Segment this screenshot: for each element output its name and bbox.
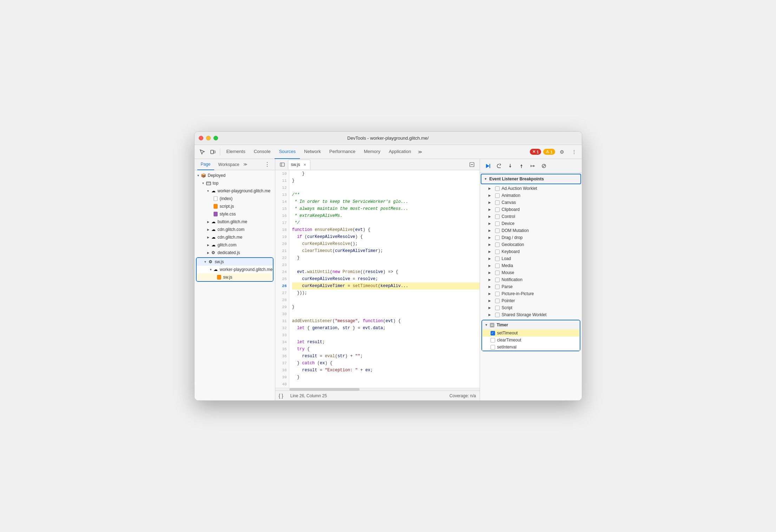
tree-item-style-css[interactable]: style.css <box>195 210 275 218</box>
tree-item-cdn-glitch-me[interactable]: ▶ ☁ cdn.glitch.me <box>195 233 275 241</box>
tab-console[interactable]: Console <box>250 145 275 159</box>
bp-item-picture-in-picture[interactable]: ▶ Picture-in-Picture <box>480 290 582 297</box>
settings-icon[interactable]: ⚙ <box>557 147 567 157</box>
tree-item-script-js[interactable]: script.js <box>195 202 275 210</box>
tree-item-index[interactable]: (index) <box>195 195 275 202</box>
code-tab-close-icon[interactable]: ✕ <box>302 162 307 167</box>
bp-checkbox-dom-mutation[interactable] <box>495 228 500 233</box>
bp-checkbox-parse[interactable] <box>495 285 500 289</box>
tree-item-deployed[interactable]: ▼ 📦 Deployed <box>195 172 275 179</box>
line-num-15: 15 <box>277 205 287 212</box>
bp-item-canvas[interactable]: ▶ Canvas <box>480 199 582 206</box>
bp-checkbox-drag-drop[interactable] <box>495 235 500 240</box>
close-button[interactable] <box>199 136 203 140</box>
bp-item-media[interactable]: ▶ Media <box>480 262 582 269</box>
step-over-icon[interactable] <box>494 161 504 171</box>
bp-item-device[interactable]: ▶ Device <box>480 220 582 227</box>
tree-item-glitch-com[interactable]: ▶ ☁ glitch.com <box>195 241 275 249</box>
bp-item-script[interactable]: ▶ Script <box>480 304 582 311</box>
panel-menu-icon[interactable]: ⋮ <box>262 160 272 169</box>
bp-item-clipboard[interactable]: ▶ Clipboard <box>480 206 582 213</box>
bp-item-parse[interactable]: ▶ Parse <box>480 283 582 290</box>
bp-checkbox-mouse[interactable] <box>495 271 500 275</box>
bp-checkbox-script[interactable] <box>495 306 500 310</box>
warning-badge[interactable]: ⚠ 1 <box>543 149 555 155</box>
bp-checkbox-timer-parent[interactable] <box>490 323 494 327</box>
tree-item-worker-playground[interactable]: ▼ ☁ worker-playground.glitch.me <box>195 187 275 195</box>
bp-checkbox-picture-in-picture[interactable] <box>495 292 500 296</box>
bp-item-mouse[interactable]: ▶ Mouse <box>480 269 582 276</box>
code-area[interactable]: 10 11 12 13 14 15 16 17 18 19 20 21 <box>275 170 480 388</box>
toggle-sidebar-icon[interactable] <box>278 160 287 169</box>
bp-item-pointer[interactable]: ▶ Pointer <box>480 297 582 304</box>
file-icon-swjs <box>216 274 222 280</box>
tree-item-swjs-root[interactable]: ▼ ⚙ sw.js <box>197 258 273 266</box>
timer-item-setinterval[interactable]: setInterval <box>482 344 580 351</box>
bp-checkbox-media[interactable] <box>495 264 500 268</box>
bp-checkbox-cleartimeout[interactable] <box>491 338 495 343</box>
bp-item-shared-storage[interactable]: ▶ Shared Storage Worklet <box>480 311 582 318</box>
bp-checkbox-setinterval[interactable] <box>491 345 495 350</box>
step-icon[interactable] <box>528 161 538 171</box>
bp-checkbox-animation[interactable] <box>495 193 500 198</box>
code-tab-swjs[interactable]: sw.js ✕ <box>288 160 310 169</box>
bp-checkbox-canvas[interactable] <box>495 200 500 205</box>
more-tabs-icon[interactable]: ≫ <box>415 147 425 157</box>
tree-item-button-glitch[interactable]: ▶ ☁ button.glitch.me <box>195 218 275 226</box>
tab-elements[interactable]: Elements <box>222 145 250 159</box>
bp-item-keyboard[interactable]: ▶ Keyboard <box>480 248 582 255</box>
bp-checkbox-device[interactable] <box>495 221 500 226</box>
bp-item-ad-auction[interactable]: ▶ Ad Auction Worklet <box>480 185 582 192</box>
more-options-icon[interactable]: ⋮ <box>569 147 579 157</box>
collapse-code-icon[interactable] <box>467 160 477 169</box>
deactivate-icon[interactable] <box>539 161 549 171</box>
bp-item-drag-drop[interactable]: ▶ Drag / drop <box>480 234 582 241</box>
horizontal-scrollbar[interactable] <box>275 388 480 391</box>
tab-memory[interactable]: Memory <box>360 145 384 159</box>
timer-item-cleartimeout[interactable]: clearTimeout <box>482 337 580 344</box>
bp-item-notification[interactable]: ▶ Notification <box>480 276 582 283</box>
bp-checkbox-shared-storage[interactable] <box>495 313 500 317</box>
bp-checkbox-keyboard[interactable] <box>495 250 500 254</box>
tree-item-swjs-cloud[interactable]: ▼ ☁ worker-playground.glitch.me <box>197 266 273 273</box>
tree-item-swjs-file[interactable]: sw.js <box>197 273 273 281</box>
arrow-cdn-glitch-me: ▶ <box>206 235 211 240</box>
bp-checkbox-notification[interactable] <box>495 278 500 282</box>
tree-item-top[interactable]: ▼ top <box>195 179 275 187</box>
minimize-button[interactable] <box>206 136 211 140</box>
error-badge[interactable]: ✕ 1 <box>530 149 541 155</box>
tab-network[interactable]: Network <box>300 145 325 159</box>
bp-item-control[interactable]: ▶ Control <box>480 213 582 220</box>
bp-item-dom-mutation[interactable]: ▶ DOM Mutation <box>480 227 582 234</box>
bp-checkbox-pointer[interactable] <box>495 299 500 303</box>
device-icon[interactable] <box>208 147 218 157</box>
tab-performance[interactable]: Performance <box>325 145 360 159</box>
event-listener-breakpoints-header[interactable]: ▼ Event Listener Breakpoints <box>481 174 581 184</box>
bp-checkbox-load[interactable] <box>495 257 500 261</box>
tab-page[interactable]: Page <box>197 159 214 170</box>
timer-item-settimeout[interactable]: setTimeout <box>482 330 580 337</box>
bp-item-load[interactable]: ▶ Load <box>480 255 582 262</box>
bp-item-geolocation[interactable]: ▶ Geolocation <box>480 241 582 248</box>
tab-more-icon[interactable]: ≫ <box>243 162 248 167</box>
maximize-button[interactable] <box>213 136 218 140</box>
tree-item-dedicated-js[interactable]: ▶ ⚙ dedicated.js <box>195 249 275 257</box>
resume-icon[interactable] <box>483 161 493 171</box>
tab-application[interactable]: Application <box>384 145 415 159</box>
bp-label-geolocation: Geolocation <box>502 242 524 247</box>
bp-checkbox-ad-auction[interactable] <box>495 186 500 191</box>
inspect-icon[interactable] <box>197 147 207 157</box>
bp-checkbox-control[interactable] <box>495 214 500 219</box>
tab-workspace[interactable]: Workspace <box>215 159 243 170</box>
step-out-icon[interactable] <box>517 161 526 171</box>
bp-checkbox-geolocation[interactable] <box>495 242 500 247</box>
timer-section-header[interactable]: ▼ Timer <box>482 320 580 330</box>
arrow-button-glitch: ▶ <box>206 219 211 224</box>
tree-item-cdn-glitch-com[interactable]: ▶ ☁ cdn.glitch.com <box>195 226 275 233</box>
format-code-icon[interactable]: { } <box>279 393 283 399</box>
step-into-icon[interactable] <box>505 161 515 171</box>
bp-item-animation[interactable]: ▶ Animation <box>480 192 582 199</box>
bp-checkbox-clipboard[interactable] <box>495 207 500 212</box>
bp-checkbox-settimeout[interactable] <box>491 331 495 335</box>
tab-sources[interactable]: Sources <box>275 145 300 159</box>
